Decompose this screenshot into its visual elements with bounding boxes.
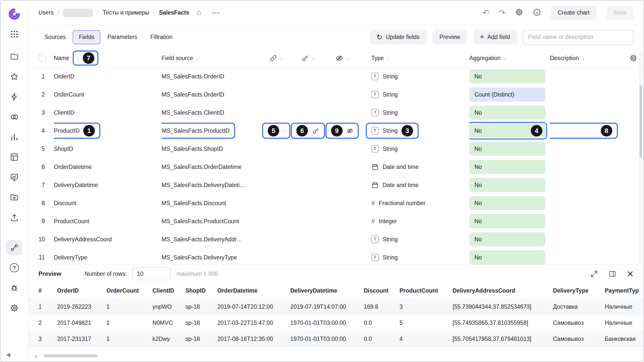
sort-icon[interactable]: ↓ [196, 55, 199, 62]
field-name-cell[interactable]: DeliveryDatetime [54, 177, 162, 193]
field-source-cell[interactable]: MS_SalesFacts.DeliveryDateti… [162, 177, 262, 193]
key-toggle-cell[interactable] [290, 231, 326, 247]
link-toggle-cell[interactable] [262, 213, 290, 229]
field-source-cell[interactable]: MS_SalesFacts.ShopID [162, 141, 262, 157]
link-toggle-cell[interactable] [262, 68, 290, 84]
field-name-cell[interactable]: OrderCount [54, 86, 162, 103]
lightning-icon[interactable] [6, 89, 22, 104]
table-settings-gear-icon[interactable] [629, 54, 637, 62]
column-header-hidden[interactable]: ↓ [326, 54, 359, 62]
bug-report-icon[interactable] [6, 280, 22, 295]
hide-toggle-cell[interactable] [326, 86, 359, 103]
hide-toggle-cell[interactable] [326, 177, 359, 193]
description-cell[interactable] [550, 176, 623, 194]
connections-icon[interactable] [6, 240, 22, 255]
aggregation-select[interactable]: No [469, 142, 545, 156]
column-header-key[interactable]: ↓ [290, 54, 326, 62]
settings-gear-icon[interactable] [515, 8, 523, 17]
sort-icon[interactable]: ↓ [77, 55, 80, 62]
key-toggle-cell[interactable] [290, 159, 326, 175]
link-toggle-cell[interactable] [262, 249, 290, 264]
description-cell[interactable] [550, 140, 623, 158]
field-source-cell[interactable]: MS_SalesFacts.ProductCount [162, 213, 262, 229]
field-type-cell[interactable]: T # String [359, 231, 469, 247]
sort-icon[interactable]: ↓ [387, 55, 390, 62]
hide-toggle-cell[interactable] [326, 249, 359, 264]
key-toggle-cell[interactable] [290, 195, 326, 211]
field-row[interactable]: 9 ProductCount MS_SalesFacts.ProductCoun… [28, 212, 643, 230]
add-field-button[interactable]: + Add field [473, 30, 517, 44]
help-icon[interactable]: ? [6, 260, 22, 275]
field-row[interactable]: 1 OrderID MS_SalesFacts.OrderID [28, 67, 643, 85]
field-source-cell[interactable]: 2 MS_SalesFacts.ProductID [162, 123, 262, 139]
expand-preview-icon[interactable] [590, 270, 598, 278]
breadcrumb-folder[interactable]: Тесты и примеры [103, 9, 149, 16]
description-cell[interactable] [550, 231, 623, 248]
column-header-source[interactable]: Field source ↓ [162, 55, 262, 62]
field-type-cell[interactable]: T # Integer [359, 213, 469, 229]
aggregation-select[interactable]: No [469, 250, 545, 264]
hide-toggle-cell[interactable] [326, 231, 359, 247]
column-header-description[interactable]: Description ↓ [550, 55, 623, 62]
field-type-cell[interactable]: T # String [359, 141, 469, 157]
select-all-checkbox[interactable] [38, 54, 46, 62]
breadcrumb-redacted-item[interactable] [63, 9, 93, 17]
aggregation-select[interactable]: No [469, 160, 545, 174]
field-type-cell[interactable]: T # Date and time [359, 159, 469, 175]
redo-icon[interactable]: ↷ [499, 8, 505, 17]
link-toggle-cell[interactable]: 5 [262, 123, 290, 139]
field-name-cell[interactable]: ProductID 1 [54, 123, 162, 139]
tab-filtration[interactable]: Filtration [144, 30, 179, 44]
field-type-cell[interactable]: T # String [359, 105, 469, 121]
column-header-link[interactable]: ↓ [262, 54, 290, 62]
tab-parameters[interactable]: Parameters [101, 30, 143, 44]
hide-toggle-cell[interactable]: 9 [326, 123, 359, 139]
field-source-cell[interactable]: MS_SalesFacts.ClientID [162, 105, 262, 121]
field-type-cell[interactable]: T # String [359, 68, 469, 84]
undo-icon[interactable]: ↶ [483, 8, 489, 17]
aggregation-select[interactable]: No [469, 196, 545, 210]
scroll-left-icon[interactable]: ‹ [32, 352, 41, 360]
field-name-cell[interactable]: DeliveryAddressCoord [54, 231, 162, 247]
link-toggle-cell[interactable] [262, 231, 290, 247]
more-actions-icon[interactable]: ⋯ [212, 8, 221, 18]
aggregation-select[interactable]: No [469, 214, 545, 228]
description-cell[interactable] [550, 249, 623, 264]
key-toggle-cell[interactable] [290, 86, 326, 103]
description-cell[interactable] [550, 194, 623, 212]
bar-chart-icon[interactable] [6, 129, 22, 145]
split-view-icon[interactable] [609, 270, 616, 278]
field-name-cell[interactable]: ProductCount [54, 213, 162, 229]
key-toggle-cell[interactable] [290, 141, 326, 157]
sort-icon[interactable]: ↓ [504, 55, 507, 62]
hide-toggle-cell[interactable] [326, 213, 359, 229]
preview-toggle-button[interactable]: Preview [432, 30, 467, 44]
field-source-cell[interactable]: MS_SalesFacts.Discount [162, 195, 262, 211]
field-type-cell[interactable]: T # String [359, 86, 469, 103]
hide-toggle-cell[interactable] [326, 105, 359, 121]
description-cell[interactable]: 8 [550, 123, 623, 139]
field-name-cell[interactable]: Discount [54, 195, 162, 211]
hide-toggle-cell[interactable] [326, 159, 359, 175]
favorites-star-icon[interactable] [6, 69, 22, 84]
sort-icon[interactable]: ↓ [346, 55, 349, 62]
field-name-cell[interactable]: ClientID [54, 105, 162, 121]
field-source-cell[interactable]: MS_SalesFacts.OrderID [162, 86, 262, 103]
key-toggle-cell[interactable]: 6 [290, 123, 326, 139]
aggregation-select[interactable]: No [469, 106, 545, 120]
field-type-cell[interactable]: T # String [359, 249, 469, 264]
favorite-star-icon[interactable]: ☆ [196, 8, 203, 17]
description-cell[interactable] [550, 68, 623, 85]
field-type-cell[interactable]: T # Date and time [359, 177, 469, 193]
field-name-cell[interactable]: DeliveryType [54, 249, 162, 264]
fields-scrollbar-thumb[interactable] [639, 85, 642, 158]
key-toggle-cell[interactable] [290, 249, 326, 264]
aggregation-select[interactable]: Count (Distinct) [469, 87, 545, 102]
link-toggle-cell[interactable] [262, 195, 290, 211]
close-preview-icon[interactable]: × [627, 268, 633, 279]
field-row[interactable]: 6 OrderDatetime MS_SalesFacts.OrderDatet… [28, 158, 643, 176]
link-toggle-cell[interactable] [262, 141, 290, 157]
apps-grid-icon[interactable] [6, 27, 22, 42]
field-source-cell[interactable]: MS_SalesFacts.OrderDatetime [162, 159, 262, 175]
hide-toggle-cell[interactable] [326, 68, 359, 84]
